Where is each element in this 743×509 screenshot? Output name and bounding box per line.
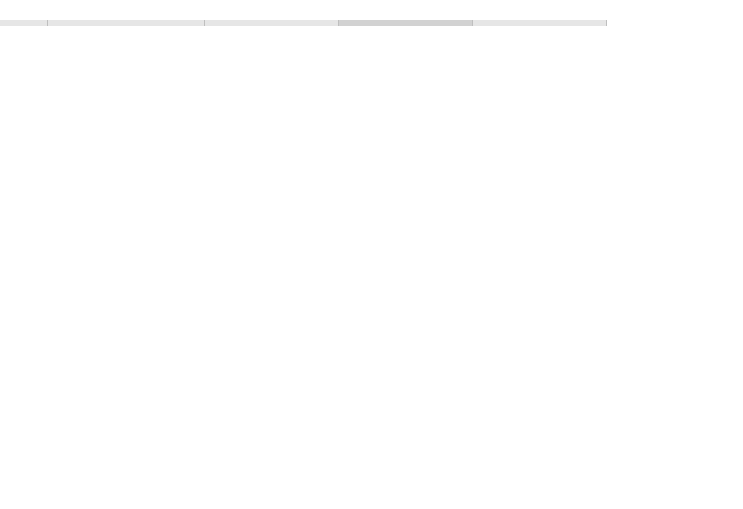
col-header-c[interactable]: C (339, 20, 473, 26)
col-header-d[interactable]: D (473, 20, 607, 26)
column-headers: A B C D (48, 20, 607, 26)
col-header-a[interactable]: A (48, 20, 205, 26)
col-header-b[interactable]: B (205, 20, 339, 26)
select-all-corner[interactable] (0, 20, 48, 26)
